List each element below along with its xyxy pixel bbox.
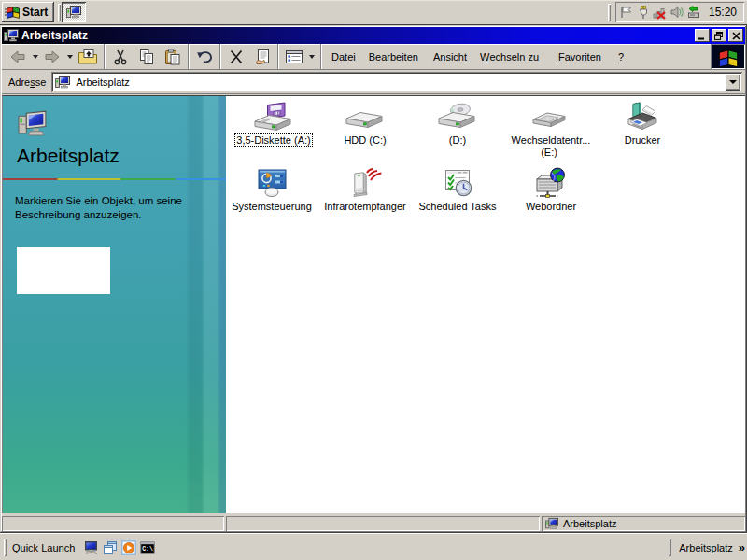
explorer-window: Arbeitsplatz [0,25,747,533]
my-computer-icon [55,75,70,90]
icon-removable-drive[interactable]: Wechseldatentr... (E:) [505,101,595,159]
forward-button[interactable] [40,46,64,68]
menu-favoriten[interactable]: Favoriten [552,49,608,65]
forward-dropdown[interactable] [64,46,75,68]
address-label: Adresse [2,77,51,88]
back-icon [8,49,27,64]
windows-flag-icon [717,46,740,68]
floppy-drive-icon [253,101,294,133]
scheduled-tasks-icon [439,167,476,199]
network-offline-icon[interactable] [653,5,668,20]
my-computer-icon [4,28,19,43]
screen: Start [0,0,747,560]
my-computer-icon [66,5,81,20]
menu-bearbeiten[interactable]: Bearbeiten [362,49,425,65]
window-switcher-button[interactable] [101,539,120,557]
webview-info-pane: Arbeitsplatz Markieren Sie ein Objekt, u… [3,96,226,513]
delete-button[interactable] [224,46,248,68]
paste-button[interactable] [161,46,185,68]
printers-icon [624,101,661,133]
start-label: Start [22,6,48,19]
menu-wechseln-zu[interactable]: Wechseln zu [473,49,545,65]
clock[interactable]: 15:20 [709,6,737,19]
icon-infrared[interactable]: Infrarotempfänger [320,167,410,213]
icon-label: Scheduled Tasks [413,201,502,213]
icon-floppy-drive[interactable]: 3,5-Diskette (A:) [229,101,318,147]
icon-label: 3,5-Diskette (A:) [229,134,318,147]
tray-grip[interactable] [608,4,611,21]
window-switcher-icon [103,540,118,555]
status-location-label: Arbeitsplatz [563,518,616,529]
back-button[interactable] [6,46,30,68]
webview-description: Markieren Sie ein Objekt, um seine Besch… [15,194,188,222]
icon-cd-drive[interactable]: (D:) [413,101,502,147]
toolbar: Datei Bearbeiten Ansicht Wechseln zu Fav… [2,44,745,70]
webview-title: Arbeitsplatz [17,145,120,167]
up-button[interactable] [75,46,101,68]
icon-label: Drucker [598,134,687,147]
icon-label: Infrarotempfänger [320,201,410,213]
show-desktop-icon [84,540,99,555]
control-panel-icon [253,167,290,199]
icon-control-panel[interactable]: Systemsteuerung [227,167,317,213]
folder-content: Arbeitsplatz Markieren Sie ein Objekt, u… [2,95,745,513]
task-button-arbeitsplatz[interactable] [62,2,86,22]
title-bar[interactable]: Arbeitsplatz [2,27,745,44]
views-dropdown[interactable] [306,46,317,68]
back-dropdown[interactable] [30,46,40,68]
address-dropdown-button[interactable] [726,74,740,91]
icon-label: HDD (C:) [320,134,410,147]
up-folder-icon [78,49,98,65]
minimize-button[interactable] [695,29,710,42]
address-value: Arbeitsplatz [76,77,129,88]
command-prompt-icon: C:\ [140,540,155,555]
copy-button[interactable] [134,46,159,68]
quick-launch-label: Quick Launch [7,542,82,553]
webview-info-box [17,247,110,294]
show-desktop-button[interactable] [82,539,101,557]
icon-label: Systemsteuerung [227,201,317,213]
undo-button[interactable] [192,46,217,68]
desktop-toolbar-label: Arbeitsplatz [671,542,738,553]
menu-ansicht[interactable]: Ansicht [427,49,473,65]
views-button[interactable] [282,46,306,68]
restore-button[interactable] [712,29,726,42]
taskbar-grip[interactable] [58,4,61,21]
start-button[interactable]: Start [2,2,54,22]
menu-datei[interactable]: Datei [325,49,362,65]
quick-launch-toolbar: Quick Launch [2,537,157,558]
copy-icon [137,49,156,65]
address-combobox[interactable]: Arbeitsplatz [51,72,742,92]
cut-icon [112,49,129,65]
icon-hard-drive[interactable]: HDD (C:) [320,101,410,147]
cut-button[interactable] [108,46,133,68]
icon-label: Wechseldatentr... (E:) [505,134,595,159]
icon-web-folders[interactable]: Webordner [506,167,596,213]
menu-hilfe[interactable]: ? [612,49,630,65]
icon-scheduled-tasks[interactable]: Scheduled Tasks [413,167,502,213]
flag-status-icon[interactable] [619,5,634,20]
status-bar: Arbeitsplatz [2,513,745,531]
icon-printers[interactable]: Drucker [598,101,687,147]
properties-button[interactable] [250,46,275,68]
close-button[interactable] [728,29,743,42]
system-tray: 15:20 [615,2,744,22]
hard-drive-icon [345,101,386,133]
my-computer-icon [544,517,559,530]
removable-drive-icon [529,101,571,133]
delete-icon [229,49,244,64]
command-prompt-button[interactable]: C:\ [138,539,157,557]
status-pane-objects [2,516,224,531]
cd-drive-icon [437,101,478,133]
taskbar-top: Start [0,0,747,25]
pc-card-icon[interactable] [686,5,701,20]
status-pane-middle [226,516,540,531]
views-icon [285,49,303,64]
media-player-button[interactable] [120,539,138,557]
windows-flag-icon [5,5,20,20]
media-player-icon [121,540,136,555]
svg-text:C:\: C:\ [142,545,153,552]
power-plug-icon[interactable] [636,5,651,20]
volume-icon[interactable] [669,5,684,20]
chevron-overflow-button[interactable]: » [739,540,747,554]
